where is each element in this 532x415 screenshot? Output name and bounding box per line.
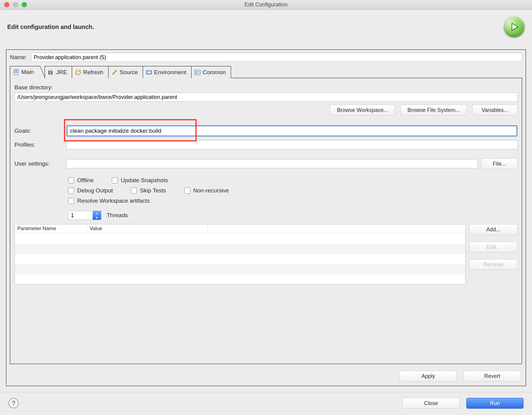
name-input[interactable] <box>31 53 522 62</box>
skip-tests-label: Skip Tests <box>140 187 166 194</box>
threads-input[interactable] <box>68 212 93 219</box>
threads-label: Threads <box>107 212 128 219</box>
pencil-icon <box>112 70 118 75</box>
help-icon[interactable]: ? <box>8 398 19 408</box>
user-settings-label: User settings: <box>14 160 63 167</box>
run-button[interactable]: Run <box>466 398 524 409</box>
offline-checkbox[interactable]: Offline <box>68 177 94 184</box>
page-icon <box>13 69 19 75</box>
remove-param-button: Remove <box>469 259 518 270</box>
user-settings-input[interactable] <box>66 159 478 168</box>
non-recursive-label: Non-recursive <box>193 187 229 194</box>
books-icon <box>48 70 54 75</box>
add-param-button[interactable]: Add... <box>469 224 518 235</box>
table-row <box>15 244 465 254</box>
col-spacer <box>208 224 465 233</box>
profiles-label: Profiles: <box>14 141 63 148</box>
refresh-icon <box>75 70 81 75</box>
svg-rect-5 <box>50 70 51 74</box>
profiles-input[interactable] <box>66 140 518 149</box>
table-icon <box>195 70 201 75</box>
base-dir-input[interactable] <box>14 93 518 102</box>
titlebar: Edit Configuration <box>0 0 532 10</box>
dialog-window: Edit Configuration Edit configuration an… <box>0 0 532 414</box>
skip-tests-checkbox[interactable]: Skip Tests <box>131 187 166 194</box>
svg-rect-4 <box>48 70 49 74</box>
edit-param-button: Edit... <box>469 242 518 252</box>
browse-filesystem-button[interactable]: Browse File System... <box>401 105 467 116</box>
parameters-table[interactable]: Parameter Name Value <box>14 224 466 284</box>
tab-refresh-label: Refresh <box>83 69 103 76</box>
goals-label: Goals: <box>14 128 63 134</box>
debug-output-label: Debug Output <box>77 187 113 194</box>
goals-input[interactable] <box>66 125 518 137</box>
table-row <box>15 274 465 284</box>
chevron-up-icon[interactable]: ▲ <box>93 211 101 215</box>
close-button[interactable]: Close <box>402 398 460 409</box>
svg-rect-6 <box>51 71 52 75</box>
svg-rect-1 <box>15 70 17 71</box>
tab-jre-label: JRE <box>56 69 67 76</box>
env-icon <box>146 70 152 75</box>
variables-button[interactable]: Variables... <box>472 105 518 116</box>
debug-output-checkbox[interactable]: Debug Output <box>68 187 113 194</box>
update-snapshots-label: Update Snapshots <box>121 177 168 184</box>
browse-workspace-button[interactable]: Browse Workspace... <box>330 105 395 116</box>
tab-jre[interactable]: JRE <box>45 66 72 78</box>
tab-main-body: Base directory: Browse Workspace... Brow… <box>10 78 522 364</box>
tab-refresh[interactable]: Refresh <box>72 66 109 78</box>
non-recursive-checkbox[interactable]: Non-recursive <box>184 187 229 194</box>
dialog-header: Edit configuration and launch. <box>6 15 526 49</box>
col-parameter-name[interactable]: Parameter Name <box>15 224 87 233</box>
page-title: Edit configuration and launch. <box>7 24 94 30</box>
tab-environment[interactable]: Environment <box>143 66 192 78</box>
window-title: Edit Configuration <box>0 2 532 8</box>
dialog-footer: ? Close Run <box>0 392 532 414</box>
tab-source[interactable]: Source <box>108 66 143 78</box>
svg-rect-9 <box>147 71 151 74</box>
threads-stepper[interactable]: ▲ ▼ <box>68 211 101 220</box>
update-snapshots-checkbox[interactable]: Update Snapshots <box>112 177 168 184</box>
col-value[interactable]: Value <box>87 224 208 233</box>
resolve-workspace-checkbox[interactable]: Resolve Workspace artifacts <box>68 198 150 204</box>
run-badge-icon <box>504 16 525 37</box>
table-row <box>15 233 465 244</box>
offline-label: Offline <box>77 177 94 184</box>
svg-rect-2 <box>15 71 17 72</box>
resolve-workspace-label: Resolve Workspace artifacts <box>77 198 150 204</box>
tab-environment-label: Environment <box>154 69 186 76</box>
revert-button[interactable]: Revert <box>464 371 521 382</box>
tab-main[interactable]: Main <box>10 66 39 78</box>
tab-common-label: Common <box>203 69 226 76</box>
svg-rect-3 <box>15 72 17 73</box>
tab-source-label: Source <box>120 69 138 76</box>
chevron-down-icon[interactable]: ▼ <box>93 215 101 220</box>
tabstrip: Main JRE Refresh Source Environment <box>10 66 522 78</box>
svg-rect-10 <box>195 70 200 74</box>
config-panel: Name: Main JRE Refresh <box>6 49 526 386</box>
base-dir-label: Base directory: <box>14 84 53 91</box>
dialog-body: Edit configuration and launch. Name: Mai… <box>0 10 532 392</box>
table-row <box>15 264 465 274</box>
tab-main-label: Main <box>21 69 34 75</box>
file-button[interactable]: File... <box>481 158 518 169</box>
name-label: Name: <box>10 54 27 61</box>
tab-common[interactable]: Common <box>191 66 231 78</box>
stepper-buttons[interactable]: ▲ ▼ <box>93 211 101 220</box>
table-row <box>15 254 465 264</box>
apply-button[interactable]: Apply <box>400 371 457 382</box>
